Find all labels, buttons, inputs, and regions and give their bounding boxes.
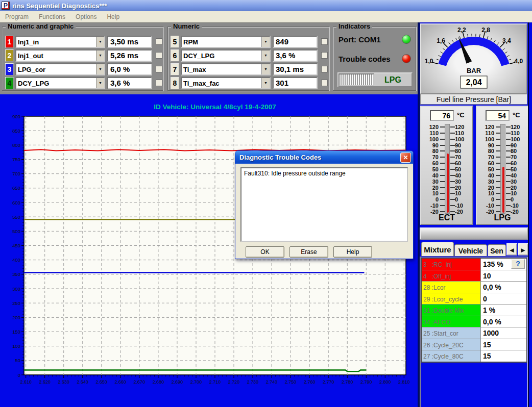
chevron-down-icon[interactable]: ▼ (261, 37, 270, 47)
channel-checkbox[interactable] (321, 38, 328, 45)
channel-select-dropdown[interactable]: Ti_max▼ (181, 63, 271, 75)
right-panel: 1,01,62,22,83,44,0BAR2,04 Fuel line Pres… (420, 22, 532, 407)
param-value: 0 (481, 293, 526, 304)
channel-select-dropdown[interactable]: LPG_cor▼ (15, 63, 105, 75)
title-bar[interactable]: P rins Sequentiel Diagnostics*** (0, 0, 532, 11)
thermo-tick (496, 157, 500, 158)
thermo-tick (496, 175, 500, 176)
table-row: 26 :Cycle_20C15 (422, 339, 526, 351)
chevron-down-icon[interactable]: ▼ (96, 50, 104, 61)
thermo-tick-label: 0 (455, 197, 471, 202)
thermo-tick-label: 40 (511, 173, 527, 179)
thermo-tick (496, 163, 500, 164)
channel-select-dropdown[interactable]: DCY_LPG▼ (15, 77, 105, 89)
thermo-tick-label: 30 (422, 179, 439, 185)
thermo-tick-label: 60 (478, 161, 494, 166)
dialog-title-bar[interactable]: Diagnostic Trouble Codes ✕ (235, 151, 413, 164)
thermo-tick-label: 80 (511, 148, 527, 154)
table-row: 28 :Lcor0,0 % (422, 282, 526, 293)
table-row: 27 :Cycle_80C15 (422, 350, 526, 362)
chevron-down-icon[interactable]: ▼ (261, 64, 270, 74)
ok-button[interactable]: OK (246, 246, 284, 258)
thermo-tick-label: 70 (455, 155, 471, 160)
channel-checkbox[interactable] (321, 66, 328, 72)
menu-options[interactable]: Options (70, 12, 102, 22)
channel-checkbox[interactable] (321, 52, 328, 59)
channel-select-dropdown[interactable]: RPM▼ (181, 36, 271, 48)
fuel-switch-slider[interactable] (338, 73, 374, 86)
thermo-tick-label: 60 (511, 161, 527, 166)
thermo-tick-label: 90 (455, 143, 471, 148)
dtc-dialog: Diagnostic Trouble Codes ✕ Fault310: Idl… (235, 150, 414, 259)
thermo-tick (440, 205, 445, 206)
thermo-tick-label: 60 (422, 161, 439, 166)
svg-text:550: 550 (12, 214, 20, 220)
chevron-down-icon[interactable]: ▼ (261, 50, 270, 61)
param-label: 4 :Off_inj (422, 270, 481, 282)
tab-mixture[interactable]: Mixture (421, 242, 454, 256)
trouble-codes-list[interactable]: Fault310: Idle pressure outside range (240, 167, 408, 242)
table-row: 34 :AFCO0,0 % (422, 316, 526, 328)
menu-program[interactable]: Program (0, 12, 34, 22)
channel-checkbox[interactable] (156, 66, 162, 72)
group-title: Numeric and graphic (6, 22, 76, 30)
channel-name: LPG_cor (16, 64, 96, 74)
param-value: 1 % (481, 304, 526, 316)
tab-vehicle[interactable]: Vehicle (454, 244, 487, 256)
channel-number-badge: 2 (5, 49, 14, 62)
svg-text:2.800: 2.800 (379, 379, 391, 385)
erase-button[interactable]: Erase (289, 246, 328, 258)
group-numeric-graphic: Numeric and graphic 1Inj1_in▼3,50 ms2Inj… (2, 27, 163, 91)
chevron-down-icon[interactable]: ▼ (96, 78, 104, 88)
chevron-down-icon[interactable]: ▼ (96, 37, 104, 47)
thermo-tick (450, 157, 455, 158)
channel-checkbox[interactable] (321, 80, 328, 86)
svg-text:1,6: 1,6 (437, 37, 445, 44)
svg-text:0: 0 (18, 372, 20, 378)
thermo-tick-label: 120 (511, 124, 527, 130)
thermo-tick-label: 80 (478, 148, 494, 154)
chevron-down-icon[interactable]: ▼ (261, 78, 270, 88)
thermo-tick (496, 126, 500, 128)
chevron-down-icon[interactable]: ▼ (96, 64, 104, 74)
svg-text:2.640: 2.640 (77, 379, 89, 385)
thermo-tick (496, 205, 500, 206)
svg-text:2.720: 2.720 (228, 379, 240, 385)
channel-checkbox[interactable] (156, 52, 162, 59)
channel-select-dropdown[interactable]: Inj1_out▼ (15, 49, 105, 62)
channel-select-dropdown[interactable]: Inj1_in▼ (15, 36, 105, 48)
trouble-code-item[interactable]: Fault310: Idle pressure outside range (244, 170, 404, 177)
trouble-codes-label: Trouble codes (338, 55, 391, 63)
channel-checkbox[interactable] (156, 80, 162, 86)
svg-text:650: 650 (12, 185, 20, 191)
thermo-tick (496, 169, 500, 170)
thermo-label: LPG (477, 213, 528, 222)
svg-text:250: 250 (12, 300, 20, 306)
svg-text:2.620: 2.620 (39, 379, 51, 385)
channel-select-dropdown[interactable]: DCY_LPG▼ (181, 49, 271, 62)
gauge-dial: 1,01,62,22,83,44,0BAR2,04 (421, 24, 526, 95)
tab-scroll-left-icon[interactable]: ◀ (506, 243, 517, 256)
help-button[interactable]: ? (511, 259, 525, 269)
tab-scroll-right-icon[interactable]: ▶ (518, 243, 528, 256)
channel-checkbox[interactable] (156, 38, 162, 45)
help-button[interactable]: Help (333, 246, 372, 258)
channel-select-dropdown[interactable]: Ti_max_fac▼ (181, 77, 271, 89)
thermo-value: 76 (430, 110, 454, 121)
svg-text:2,2: 2,2 (457, 27, 466, 34)
channel-number-badge: 1 (5, 36, 14, 48)
close-icon[interactable]: ✕ (400, 152, 411, 163)
fuel-type-switch[interactable]: LPG (337, 72, 413, 87)
channel-value: 301 (273, 77, 318, 89)
thermo-tick-label: 0 (478, 197, 494, 202)
channel-name: DCY_LPG (182, 50, 261, 61)
menu-help[interactable]: Help (102, 12, 125, 22)
thermo-tick (496, 211, 500, 212)
menu-functions[interactable]: Functions (34, 12, 70, 22)
svg-text:2.670: 2.670 (134, 379, 146, 385)
group-title: Numeric (171, 22, 202, 30)
tab-sen[interactable]: Sen (488, 244, 506, 256)
thermo-tick (440, 126, 445, 128)
channel-name: Ti_max_fac (182, 78, 261, 88)
thermo-label: ECT (421, 213, 472, 222)
